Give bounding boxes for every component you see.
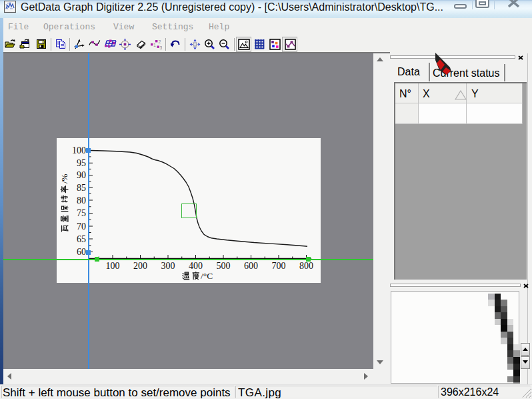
svg-text:500: 500	[217, 261, 231, 271]
svg-text:65: 65	[77, 234, 86, 244]
svg-text:85: 85	[77, 183, 86, 193]
svg-text:200: 200	[133, 261, 147, 271]
svg-text:75: 75	[77, 208, 86, 218]
svg-text:70: 70	[77, 222, 86, 232]
svg-text:95: 95	[77, 158, 86, 168]
svg-text:300: 300	[161, 261, 175, 271]
svg-text:700: 700	[272, 261, 286, 271]
svg-text:100: 100	[106, 261, 120, 271]
svg-text:60: 60	[77, 247, 86, 257]
svg-text:400: 400	[189, 261, 203, 271]
svg-text:90: 90	[77, 170, 86, 180]
svg-text:/%: /%	[59, 173, 69, 183]
svg-text:1: 1	[153, 43, 156, 47]
svg-text:3: 3	[160, 45, 163, 50]
svg-text:/°C: /°C	[201, 271, 213, 281]
svg-text:80: 80	[77, 195, 86, 206]
svg-text:600: 600	[244, 261, 258, 271]
svg-text:800: 800	[299, 261, 313, 271]
svg-text:100: 100	[72, 145, 86, 155]
svg-text:2: 2	[159, 39, 161, 44]
